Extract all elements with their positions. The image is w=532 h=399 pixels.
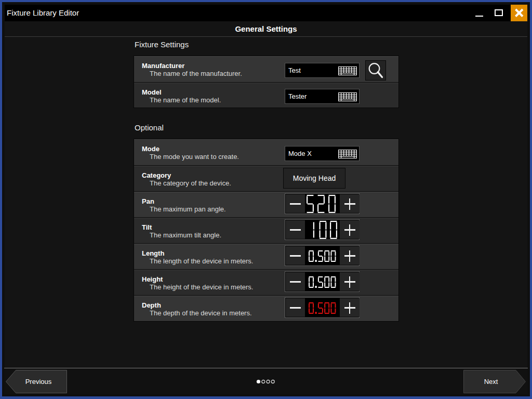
svg-text:Previous: Previous (25, 378, 52, 385)
svg-text:Next: Next (484, 378, 498, 385)
